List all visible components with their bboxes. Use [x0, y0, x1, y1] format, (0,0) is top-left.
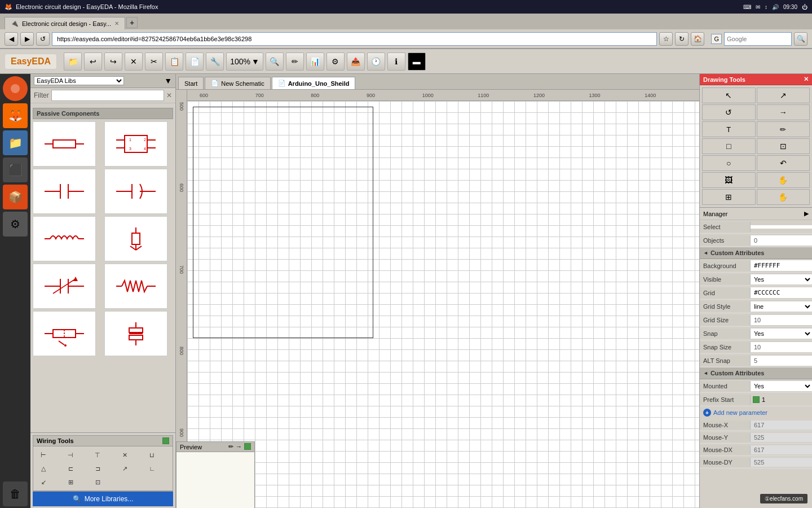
dock-trash[interactable]: 🗑 [3, 481, 28, 506]
share-button[interactable]: 📤 [347, 52, 365, 71]
draw-arc-tool[interactable]: ↶ [757, 155, 810, 171]
prefix-start-value[interactable]: 1 [762, 396, 765, 403]
snap-select-wrapper[interactable]: Yes No [751, 329, 812, 339]
dock-files[interactable]: 📁 [3, 130, 28, 155]
more-libraries-button[interactable]: 🔍 More Libraries... [33, 492, 173, 506]
home-button[interactable]: 🏠 [691, 32, 704, 46]
tab-start[interactable]: Start [178, 77, 204, 89]
component-crystal[interactable] [104, 311, 167, 356]
color-button[interactable]: ▬ [408, 52, 426, 71]
component-capacitor-np[interactable] [33, 169, 96, 214]
dock-software[interactable]: 📦 [3, 185, 28, 209]
bookmark-button[interactable]: ☆ [659, 32, 673, 46]
draw-pencil-tool[interactable]: ✏ [757, 121, 810, 137]
dock-browser[interactable]: 🦊 [3, 103, 28, 128]
paste-button[interactable]: 📄 [186, 52, 204, 71]
visible-select-wrapper[interactable]: Yes No [751, 274, 812, 284]
background-value[interactable]: #FFFFFF [751, 260, 812, 271]
net-label-tool[interactable]: ⊔ [144, 449, 160, 461]
copy-button[interactable]: 📋 [165, 52, 183, 71]
component-zigzag-resistor[interactable] [104, 264, 167, 309]
clock-tool[interactable]: ∟ [144, 462, 160, 475]
draw-rotate-tool[interactable]: ↺ [702, 104, 756, 120]
zoom-fit-button[interactable]: 🔍 [266, 52, 284, 71]
pin-tool[interactable]: ⊡ [90, 476, 105, 488]
tab-arduino[interactable]: 📄 Arduino_Uno_Sheild [272, 77, 356, 89]
search-input[interactable] [724, 32, 792, 46]
filter-close-button[interactable]: ✕ [166, 91, 172, 99]
bus-tool[interactable]: ⊣ [63, 449, 78, 461]
draw-select-tool[interactable]: ↖ [702, 87, 756, 103]
info-button[interactable]: ℹ [387, 52, 405, 71]
history-button[interactable]: 🕐 [367, 52, 385, 71]
library-menu-button[interactable]: ▼ [164, 76, 172, 85]
settings-button[interactable]: ⚙ [326, 52, 345, 71]
dock-ubuntu[interactable] [3, 76, 28, 101]
component-var-capacitor[interactable] [33, 264, 96, 309]
draw-text-tool[interactable]: T [702, 121, 756, 137]
table-button[interactable]: 📊 [306, 52, 324, 71]
power-port-tool[interactable]: △ [36, 462, 51, 475]
browser-tab[interactable]: 🔌 Electronic circuit design - Easy... ✕ [5, 17, 125, 29]
address-bar[interactable]: https://easyeda.com/editor#id=8275242586… [52, 32, 657, 46]
gnd-tool[interactable]: ⊐ [90, 462, 105, 475]
component-capacitor-p[interactable] [104, 169, 167, 214]
snap-select[interactable]: Yes No [751, 329, 812, 339]
snap-size-value[interactable]: 10 [751, 342, 812, 352]
filter-input[interactable] [51, 90, 164, 101]
refresh-icon[interactable]: ↻ [675, 32, 689, 46]
search-engine-selector[interactable]: G [711, 34, 722, 44]
mounted-select-wrapper[interactable]: Yes No [751, 381, 812, 391]
vcc-tool[interactable]: ⊏ [63, 462, 78, 475]
component-resistor-v[interactable] [104, 216, 167, 261]
component-ic-4pin[interactable]: 1 3 2 4 [104, 121, 167, 167]
grid-size-value[interactable]: 10 [751, 315, 812, 325]
canvas-area[interactable]: 600 700 800 900 1000 1100 1200 1300 1400 [176, 90, 699, 508]
draw-poly-tool[interactable]: ⊡ [757, 138, 810, 154]
tab-close-button[interactable]: ✕ [114, 20, 119, 27]
new-tab-button[interactable]: + [126, 17, 138, 28]
cut-button[interactable]: ✂ [145, 52, 163, 71]
grid-color-value[interactable]: #CCCCCC [751, 287, 812, 298]
junction-tool[interactable]: ⊤ [90, 449, 105, 461]
draw-wire-tool[interactable]: ↗ [757, 87, 810, 103]
preview-edit-icon[interactable]: ✏ [228, 443, 233, 450]
no-connect-tool[interactable]: ✕ [117, 449, 133, 461]
draw-image-tool[interactable]: 🖼 [702, 172, 756, 188]
component-resistor-h[interactable] [33, 121, 96, 167]
manager-button[interactable]: ▶ [804, 210, 809, 217]
component-inductor[interactable] [33, 216, 96, 261]
library-selector[interactable]: EasyEDA Libs [34, 76, 124, 85]
pencil-button[interactable]: ✏ [286, 52, 304, 71]
preview-export-icon[interactable]: → [236, 443, 242, 450]
file-button[interactable]: 📁 [64, 52, 82, 71]
back-button[interactable]: ◀ [5, 32, 18, 46]
voltage-probe-tool[interactable]: ↗ [117, 462, 133, 475]
grid-style-select-wrapper[interactable]: line dot [751, 301, 812, 312]
undo-button[interactable]: ↩ [84, 52, 102, 71]
mounted-select[interactable]: Yes No [751, 381, 812, 391]
bus-entry-tool[interactable]: ↙ [36, 476, 51, 488]
forward-button[interactable]: ▶ [20, 32, 34, 46]
add-parameter-button[interactable]: + Add new parameter [700, 406, 812, 419]
draw-pan-tool[interactable]: ✋ [757, 172, 810, 188]
alt-snap-value[interactable]: 5 [751, 356, 812, 366]
draw-move-tool[interactable]: ✋ [757, 189, 810, 205]
wiring-tools-green-btn[interactable] [162, 437, 169, 444]
wire-tool[interactable]: ⊢ [36, 449, 51, 461]
grid-style-select[interactable]: line dot [751, 301, 812, 312]
draw-align-tool[interactable]: ⊞ [702, 189, 756, 205]
tab-new-schematic[interactable]: 📄 New Schematic [205, 77, 270, 89]
draw-rect-tool[interactable]: □ [702, 138, 756, 154]
draw-ellipse-tool[interactable]: ○ [702, 155, 756, 171]
drawing-tools-close-icon[interactable]: ✕ [804, 76, 809, 83]
preview-green-btn[interactable] [244, 443, 251, 450]
dock-system[interactable]: ⚙ [3, 212, 28, 237]
delete-button[interactable]: ✕ [125, 52, 143, 71]
redo-button[interactable]: ↪ [104, 52, 122, 71]
canvas-content[interactable] [187, 101, 699, 508]
draw-flip-tool[interactable]: → [757, 104, 810, 120]
refresh-button[interactable]: ↺ [36, 32, 50, 46]
component-fuse[interactable] [33, 311, 96, 356]
dock-terminal[interactable]: ⬛ [3, 157, 28, 182]
